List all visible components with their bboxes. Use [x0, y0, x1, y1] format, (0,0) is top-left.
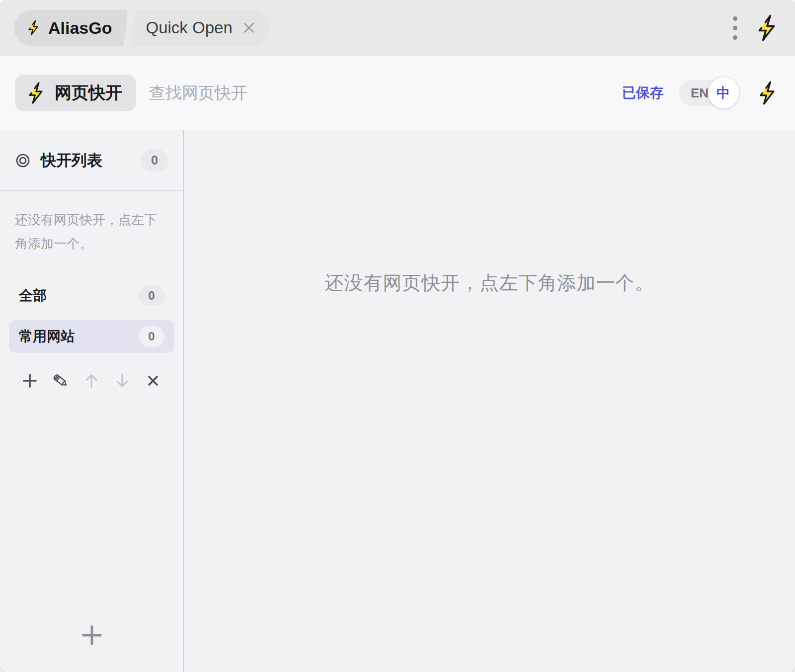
delete-group-icon[interactable] [143, 371, 163, 391]
window-top-bar: AliasGo Quick Open [0, 0, 795, 56]
topbar-right-controls [730, 12, 781, 44]
add-quick-open-button[interactable] [78, 621, 106, 649]
tab-group: AliasGo Quick Open [14, 10, 269, 46]
sidebar-title: 快开列表 [41, 150, 102, 171]
edit-group-icon[interactable] [51, 371, 71, 391]
group-item-favorites[interactable]: 常用网站 0 [9, 320, 174, 353]
add-group-icon[interactable] [20, 371, 40, 391]
lightning-icon [24, 81, 48, 105]
lightning-icon [25, 19, 42, 36]
group-label: 全部 [19, 286, 47, 305]
group-item-all[interactable]: 全部 0 [9, 279, 174, 312]
group-list: 全部 0 常用网站 0 [0, 279, 183, 353]
tab-quick-open[interactable]: Quick Open [132, 10, 269, 46]
language-option-zh[interactable]: 中 [708, 78, 739, 108]
app-button-label: 网页快开 [55, 82, 122, 104]
group-count-badge: 0 [139, 326, 164, 347]
app-toolbar: 网页快开 已保存 EN 中 [0, 56, 795, 130]
saved-status: 已保存 [622, 84, 664, 102]
search-area [136, 84, 622, 102]
group-label: 常用网站 [19, 327, 75, 346]
extension-lightning-icon[interactable] [752, 13, 781, 42]
tab-aliasgo[interactable]: AliasGo [14, 10, 127, 46]
target-icon [15, 153, 31, 168]
close-icon[interactable] [241, 20, 256, 35]
content-area: 快开列表 0 还没有网页快开，点左下角添加一个。 全部 0 常用网站 0 [0, 130, 795, 672]
sidebar-empty-hint: 还没有网页快开，点左下角添加一个。 [15, 208, 168, 255]
aliasgo-window: AliasGo Quick Open [0, 0, 795, 672]
sidebar-header: 快开列表 0 [0, 130, 183, 191]
quick-open-home-button[interactable]: 网页快开 [15, 75, 136, 111]
sidebar-count-badge: 0 [141, 150, 168, 171]
language-option-en[interactable]: EN [691, 85, 709, 100]
empty-state-message: 还没有网页快开，点左下角添加一个。 [184, 270, 795, 296]
app-tab-label: AliasGo [48, 18, 112, 38]
main-panel: 还没有网页快开，点左下角添加一个。 [184, 130, 795, 672]
sidebar: 快开列表 0 还没有网页快开，点左下角添加一个。 全部 0 常用网站 0 [0, 130, 184, 672]
lightning-action-icon[interactable] [754, 80, 780, 106]
group-actions-toolbar [0, 371, 183, 391]
move-down-icon[interactable] [112, 371, 132, 391]
move-up-icon[interactable] [81, 371, 101, 391]
page-tab-label: Quick Open [146, 18, 232, 37]
search-input[interactable] [149, 84, 447, 102]
language-toggle[interactable]: EN 中 [679, 80, 737, 106]
menu-kebab-icon[interactable] [730, 12, 740, 44]
group-count-badge: 0 [139, 285, 164, 306]
